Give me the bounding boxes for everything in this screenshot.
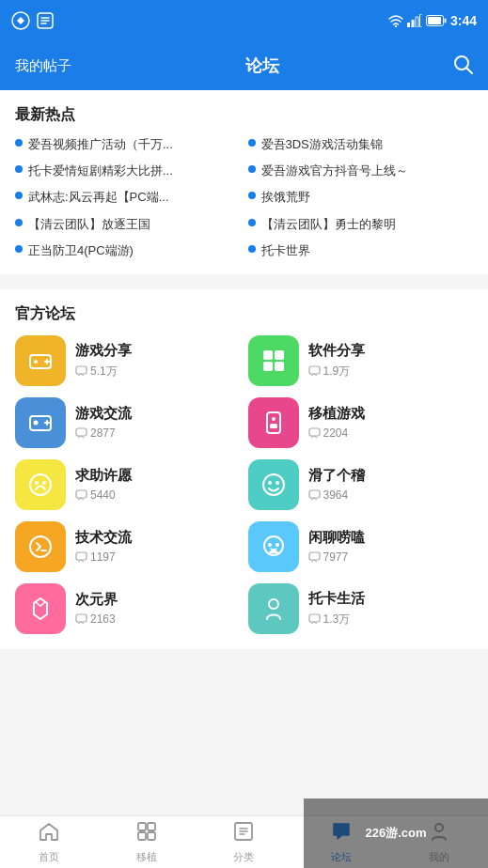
svg-point-44 (275, 543, 279, 547)
forum-item-count: 3964 (308, 488, 365, 502)
forum-item-info: 次元界 2163 (75, 591, 118, 626)
wifi-icon (388, 14, 403, 27)
app-icon-2 (36, 11, 55, 30)
hot-item[interactable]: 【清云团队】放逐王国 (15, 216, 241, 233)
forum-item[interactable]: 技术交流 1197 (15, 521, 241, 572)
svg-rect-52 (148, 832, 155, 840)
hot-dot (248, 139, 256, 147)
hot-item-text: 爱吾游戏官方抖音号上线～ (261, 163, 408, 179)
hot-dot (248, 245, 256, 253)
svg-rect-3 (407, 23, 410, 27)
svg-rect-41 (76, 552, 87, 560)
hot-item[interactable]: 武林志:风云再起【PC端... (15, 189, 241, 206)
hot-item[interactable]: 托卡爱情短剧精彩大比拼... (15, 163, 241, 179)
comment-icon (308, 365, 321, 378)
forum-item-count: 1197 (75, 550, 132, 564)
hot-item-text: 【清云团队】放逐王国 (28, 216, 150, 233)
my-posts-link[interactable]: 我的帖子 (15, 57, 71, 75)
svg-rect-17 (263, 350, 273, 360)
svg-rect-6 (419, 14, 422, 27)
nav-item-移植[interactable]: 移植 (98, 820, 196, 864)
forum-item-count: 1.3万 (308, 612, 365, 628)
section-divider (0, 282, 488, 289)
hot-dot (15, 219, 23, 226)
forum-item[interactable]: 滑了个稽 3964 (248, 459, 474, 510)
forum-item[interactable]: 游戏交流 2877 (15, 397, 241, 448)
hot-section: 最新热点 爱吾视频推广活动（千万... 爱吾3DS游戏活动集锦 托卡爱情短剧精彩… (0, 90, 488, 274)
svg-rect-34 (76, 490, 87, 498)
hot-dot (15, 139, 23, 147)
svg-rect-45 (309, 552, 320, 560)
forum-item-name: 移植游戏 (308, 405, 365, 423)
battery-icon (426, 15, 447, 26)
svg-rect-16 (76, 366, 87, 374)
comment-icon (75, 365, 87, 378)
nav-item-首页[interactable]: 首页 (0, 820, 98, 864)
hot-dot (15, 192, 23, 199)
forum-item-icon (15, 583, 66, 634)
svg-rect-28 (270, 424, 277, 428)
status-bar: 3:44 (0, 0, 488, 41)
svg-rect-21 (309, 366, 320, 374)
forum-item[interactable]: 游戏分享 5.1万 (15, 335, 241, 386)
hot-item-text: 挨饿荒野 (261, 189, 310, 206)
hot-item-text: 【清云团队】勇士的黎明 (261, 216, 396, 233)
forum-item-name: 游戏交流 (75, 405, 132, 423)
svg-rect-4 (411, 20, 414, 27)
svg-rect-49 (138, 823, 146, 830)
forum-item[interactable]: 闲聊唠嗑 7977 (248, 521, 474, 572)
hot-item[interactable]: 挨饿荒野 (248, 189, 474, 206)
search-icon[interactable] (452, 54, 473, 79)
forum-item-icon (248, 521, 299, 572)
svg-rect-8 (444, 19, 446, 23)
hot-dot (248, 192, 256, 199)
comment-icon (308, 613, 321, 626)
nav-label-首页: 首页 (39, 850, 59, 864)
forum-item-name: 次元界 (75, 591, 118, 609)
forum-item[interactable]: 求助许愿 5440 (15, 459, 241, 510)
app-icon-1 (11, 11, 30, 30)
forum-item[interactable]: 次元界 2163 (15, 583, 241, 634)
comment-icon (75, 489, 87, 502)
forum-item-icon (15, 397, 66, 448)
hot-item[interactable]: 正当防卫4(PC端游) (15, 242, 241, 259)
nav-icon-分类 (232, 820, 255, 848)
forum-item-icon (15, 459, 66, 510)
status-bar-right: 3:44 (388, 13, 477, 28)
svg-point-23 (34, 420, 39, 425)
signal-icon (407, 14, 422, 27)
svg-rect-50 (148, 823, 155, 830)
hot-item[interactable]: 托卡世界 (248, 242, 474, 259)
hot-item[interactable]: 【清云团队】勇士的黎明 (248, 216, 474, 233)
forum-item-name: 滑了个稽 (308, 467, 365, 485)
svg-rect-27 (267, 412, 280, 433)
forum-item-name: 求助许愿 (75, 467, 132, 485)
forum-item-name: 托卡生活 (308, 590, 365, 608)
page-title: 论坛 (245, 54, 279, 77)
svg-point-32 (35, 481, 39, 485)
nav-item-分类[interactable]: 分类 (196, 820, 293, 864)
forum-item-icon (248, 335, 299, 386)
hot-item-text: 正当防卫4(PC端游) (28, 242, 134, 259)
forum-item-icon (248, 583, 299, 634)
svg-rect-30 (309, 428, 320, 436)
hot-item[interactable]: 爱吾3DS游戏活动集锦 (248, 136, 474, 153)
hot-item[interactable]: 爱吾游戏官方抖音号上线～ (248, 163, 474, 179)
forum-item[interactable]: 软件分享 1.9万 (248, 335, 474, 386)
svg-rect-48 (309, 614, 320, 622)
forum-item[interactable]: 托卡生活 1.3万 (248, 583, 474, 634)
forum-section-title: 官方论坛 (15, 304, 473, 324)
nav-icon-首页 (38, 820, 60, 848)
forum-item[interactable]: 移植游戏 2204 (248, 397, 474, 448)
svg-rect-46 (76, 614, 87, 622)
nav-icon-移植 (135, 820, 158, 848)
svg-rect-5 (416, 17, 418, 27)
hot-item-text: 爱吾3DS游戏活动集锦 (261, 136, 383, 153)
hot-section-title: 最新热点 (15, 105, 473, 125)
comment-icon (308, 427, 321, 440)
svg-point-2 (395, 25, 397, 27)
hot-dot (15, 165, 23, 173)
hot-item[interactable]: 爱吾视频推广活动（千万... (15, 136, 241, 153)
comment-icon (308, 489, 321, 502)
hot-dot (248, 219, 256, 226)
